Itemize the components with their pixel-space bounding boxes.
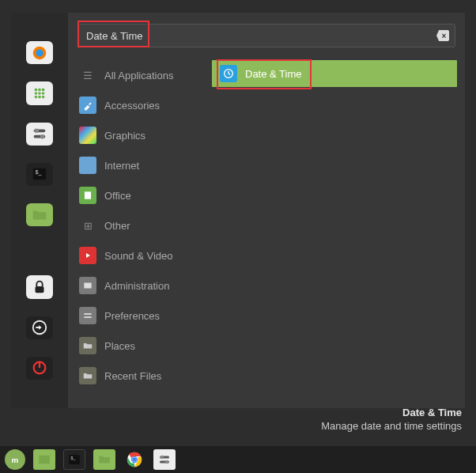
category-label: Recent Files: [104, 370, 161, 382]
svg-point-5: [35, 92, 38, 95]
category-accessories[interactable]: Accessories: [76, 90, 202, 120]
toggles-icon: [31, 125, 48, 142]
svg-rect-22: [84, 283, 91, 289]
category-label: Graphics: [104, 130, 145, 142]
taskbar: m $_: [0, 446, 476, 473]
svg-point-6: [38, 92, 41, 95]
category-preferences[interactable]: Preferences: [76, 301, 202, 331]
app-description-tooltip: Date & Time Manage date and time setting…: [321, 407, 462, 432]
logout-button[interactable]: [26, 316, 53, 339]
category-label: Other: [104, 220, 130, 232]
other-icon: ⊞: [79, 217, 96, 234]
clock-icon: [220, 65, 237, 82]
favorite-files[interactable]: [26, 203, 53, 226]
preferences-icon: [79, 307, 96, 324]
category-label: Office: [104, 190, 131, 202]
power-icon: [31, 359, 48, 377]
backspace-icon: ×: [442, 32, 447, 40]
svg-point-1: [36, 49, 43, 56]
taskbar-files[interactable]: [93, 449, 115, 470]
category-label: All Applications: [104, 70, 173, 81]
svg-text:m: m: [12, 456, 19, 464]
category-internet[interactable]: Internet: [76, 150, 202, 180]
desktop-icon: [37, 452, 51, 467]
office-icon: [79, 187, 96, 204]
recent-files-icon: [79, 367, 96, 384]
power-button[interactable]: [26, 357, 53, 380]
svg-rect-17: [36, 286, 44, 293]
category-label: Sound & Video: [104, 250, 173, 262]
category-label: Places: [104, 340, 135, 352]
category-label: Accessories: [104, 100, 160, 112]
svg-rect-21: [85, 191, 91, 199]
administration-icon: [79, 277, 96, 294]
svg-point-34: [132, 457, 137, 462]
accessories-icon: [79, 96, 96, 114]
result-label: Date & Time: [245, 68, 302, 80]
category-icon: ☰: [79, 66, 96, 84]
favorite-firefox[interactable]: [26, 41, 53, 64]
places-icon: [79, 337, 96, 354]
category-office[interactable]: Office: [76, 180, 202, 210]
mint-menu-button[interactable]: m: [5, 449, 25, 470]
favorites-sidebar: $_: [11, 13, 68, 408]
svg-point-8: [35, 96, 38, 99]
tooltip-description: Manage date and time settings: [321, 420, 462, 432]
apps-grid-icon: [31, 85, 48, 102]
category-list: ☰All Applications Accessories Graphics I…: [76, 60, 202, 391]
firefox-icon: [31, 44, 48, 62]
category-places[interactable]: Places: [76, 331, 202, 361]
svg-rect-28: [39, 456, 50, 464]
svg-point-7: [42, 92, 45, 95]
sound-video-icon: [79, 247, 96, 264]
result-date-time[interactable]: Date & Time: [212, 60, 457, 87]
svg-point-2: [35, 88, 38, 91]
favorite-settings[interactable]: [26, 123, 53, 146]
category-label: Administration: [104, 280, 169, 292]
category-label: Preferences: [104, 310, 160, 322]
internet-icon: [79, 157, 96, 174]
graphics-icon: [79, 127, 96, 144]
favorite-software[interactable]: [26, 81, 53, 104]
search-clear-button[interactable]: ×: [436, 30, 449, 41]
svg-rect-24: [84, 316, 91, 318]
category-other[interactable]: ⊞Other: [76, 210, 202, 240]
folder-icon: [31, 206, 48, 224]
chrome-icon: [126, 451, 143, 468]
lock-screen-button[interactable]: [26, 275, 53, 298]
search-input[interactable]: [77, 24, 455, 47]
svg-point-37: [161, 456, 164, 460]
tooltip-title: Date & Time: [321, 407, 462, 418]
category-graphics[interactable]: Graphics: [76, 120, 202, 150]
search-container: ×: [77, 24, 455, 47]
application-menu: $_ × ☰All Applications Accessorie: [11, 13, 465, 408]
category-recent-files[interactable]: Recent Files: [76, 361, 202, 391]
svg-point-10: [42, 96, 45, 99]
favorite-terminal[interactable]: $_: [26, 163, 53, 186]
toggles-icon: [157, 452, 172, 467]
results-list: Date & Time: [212, 60, 457, 391]
taskbar-chrome[interactable]: [123, 449, 145, 470]
svg-point-14: [40, 134, 44, 139]
svg-point-3: [38, 88, 41, 91]
mint-logo-icon: m: [8, 452, 22, 467]
svg-point-4: [42, 88, 45, 91]
svg-point-38: [165, 460, 169, 464]
taskbar-settings[interactable]: [153, 449, 176, 470]
svg-text:$_: $_: [36, 168, 43, 176]
category-sound-video[interactable]: Sound & Video: [76, 240, 202, 271]
lock-icon: [31, 278, 48, 296]
category-administration[interactable]: Administration: [76, 271, 202, 301]
logout-icon: [31, 319, 48, 336]
taskbar-show-desktop[interactable]: [33, 449, 55, 470]
category-label: Internet: [104, 160, 139, 172]
svg-text:$_: $_: [71, 456, 76, 460]
terminal-icon: $_: [31, 165, 48, 183]
category-all-applications[interactable]: ☰All Applications: [76, 60, 202, 90]
svg-point-13: [35, 129, 40, 134]
taskbar-terminal[interactable]: $_: [63, 449, 85, 470]
svg-point-9: [38, 96, 41, 99]
svg-rect-23: [84, 313, 91, 315]
menu-main: × ☰All Applications Accessories Graphics…: [68, 13, 465, 408]
terminal-icon: $_: [67, 452, 81, 467]
